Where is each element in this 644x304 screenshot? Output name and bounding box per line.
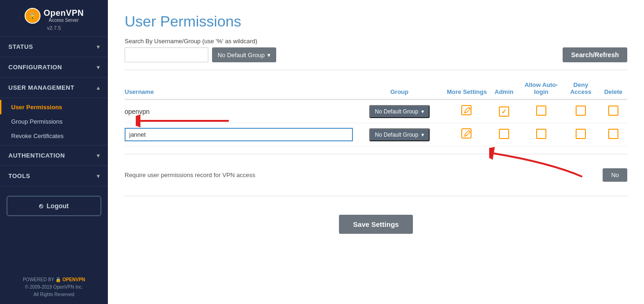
svg-rect-2 [462, 106, 471, 115]
svg-text:🔒: 🔒 [28, 12, 37, 20]
sidebar-item-revoke-certificates[interactable]: Revoke Certificates [0, 129, 108, 143]
nav-configuration[interactable]: CONFIGURATION ▾ [0, 57, 108, 78]
logo-subtitle: Access Server [44, 18, 84, 23]
chevron-down-icon: ▾ [97, 152, 100, 159]
search-bar: No Default Group ▾ Search/Refresh [125, 47, 627, 62]
delete-cell [599, 129, 627, 140]
admin-cell [488, 129, 520, 140]
deny-access-cell [562, 106, 599, 117]
deny-access-cell [562, 129, 599, 140]
divider-2 [125, 154, 627, 154]
search-label: Search By Username/Group (use '%' as wil… [125, 38, 627, 45]
logo-openvpn-text: OpenVPN [44, 9, 84, 18]
admin-checkbox-row1[interactable] [499, 106, 509, 117]
require-record-row: Require user permissions record for VPN … [125, 162, 627, 188]
delete-checkbox-row2[interactable] [608, 129, 618, 139]
chevron-down-icon: ▾ [97, 173, 100, 179]
autologin-cell [520, 129, 562, 140]
admin-checkbox-row2[interactable] [499, 129, 509, 139]
table-header-row: Username Group More Settings Admin Allow… [125, 78, 627, 100]
require-record-toggle[interactable]: No [603, 168, 627, 182]
admin-cell [488, 106, 520, 117]
group-dropdown-row1[interactable]: No Default Group ▾ [369, 105, 429, 118]
save-row: Save Settings [125, 204, 627, 245]
search-input[interactable] [125, 47, 208, 62]
logout-button[interactable]: ⎋ Logout [7, 196, 101, 216]
divider-1 [125, 70, 627, 70]
username-input-field[interactable] [125, 128, 353, 141]
logout-icon: ⎋ [39, 202, 43, 210]
sidebar-item-user-permissions[interactable]: User Permissions [0, 100, 108, 114]
divider-3 [125, 196, 627, 196]
delete-checkbox-row1[interactable] [608, 106, 618, 116]
edit-settings-button[interactable] [461, 105, 473, 117]
nav-user-management[interactable]: USER MANAGEMENT ▴ [0, 78, 108, 98]
dropdown-arrow-icon: ▾ [267, 52, 271, 59]
search-refresh-button[interactable]: Search/Refresh [563, 47, 627, 62]
chevron-down-icon: ▾ [97, 64, 100, 71]
edit-settings-button-row2[interactable] [461, 128, 473, 140]
group-dropdown-row2[interactable]: No Default Group ▾ [369, 128, 429, 141]
col-allow-autologin: Allow Auto-login [520, 81, 562, 95]
dropdown-arrow-icon: ▾ [421, 132, 424, 138]
openvpn-logo-icon: 🔒 [24, 7, 41, 24]
chevron-down-icon: ▾ [97, 44, 100, 50]
require-record-text: Require user permissions record for VPN … [125, 172, 255, 178]
delete-cell [599, 106, 627, 117]
group-cell: No Default Group ▾ [353, 105, 446, 118]
col-more-settings: More Settings [446, 88, 488, 95]
col-group: Group [353, 88, 446, 95]
sidebar-footer: POWERED BY 🔒 OPENVPN © 2009-2019 OpenVPN… [0, 271, 108, 304]
col-username: Username [125, 88, 353, 95]
deny-access-checkbox-row1[interactable] [576, 106, 586, 116]
chevron-up-icon: ▴ [97, 85, 100, 91]
col-delete: Delete [599, 88, 627, 95]
more-settings-cell [446, 105, 488, 118]
col-deny-access: Deny Access [562, 81, 599, 95]
group-cell: No Default Group ▾ [353, 128, 446, 141]
nav-tools[interactable]: TOOLS ▾ [0, 166, 108, 186]
page-title: User Permissions [125, 13, 627, 30]
group-dropdown-button[interactable]: No Default Group ▾ [212, 47, 276, 62]
sidebar: 🔒 OpenVPN Access Server v2.7.5 STATUS ▾ … [0, 0, 108, 304]
table-row: openvpn No Default Group ▾ [125, 100, 627, 123]
more-settings-cell [446, 128, 488, 141]
dropdown-arrow-icon: ▾ [421, 108, 424, 115]
col-admin: Admin [488, 88, 520, 95]
autologin-checkbox-row2[interactable] [536, 129, 546, 139]
main-content: User Permissions Search By Username/Grou… [108, 0, 644, 304]
username-cell: openvpn [125, 108, 353, 115]
username-input-cell [125, 128, 353, 141]
nav-authentication[interactable]: AUTHENTICATION ▾ [0, 145, 108, 166]
logo-area: 🔒 OpenVPN Access Server v2.7.5 [0, 0, 108, 37]
autologin-checkbox-row1[interactable] [536, 106, 546, 116]
nav-status[interactable]: STATUS ▾ [0, 37, 108, 57]
autologin-cell [520, 106, 562, 117]
save-settings-button[interactable]: Save Settings [339, 215, 412, 234]
table-row: No Default Group ▾ [125, 123, 627, 146]
svg-rect-3 [462, 129, 471, 138]
sidebar-item-group-permissions[interactable]: Group Permissions [0, 114, 108, 129]
permissions-table: Username Group More Settings Admin Allow… [125, 78, 627, 146]
version-text: v2.7.5 [47, 25, 61, 31]
deny-access-checkbox-row2[interactable] [576, 129, 586, 139]
user-management-submenu: User Permissions Group Permissions Revok… [0, 98, 108, 145]
